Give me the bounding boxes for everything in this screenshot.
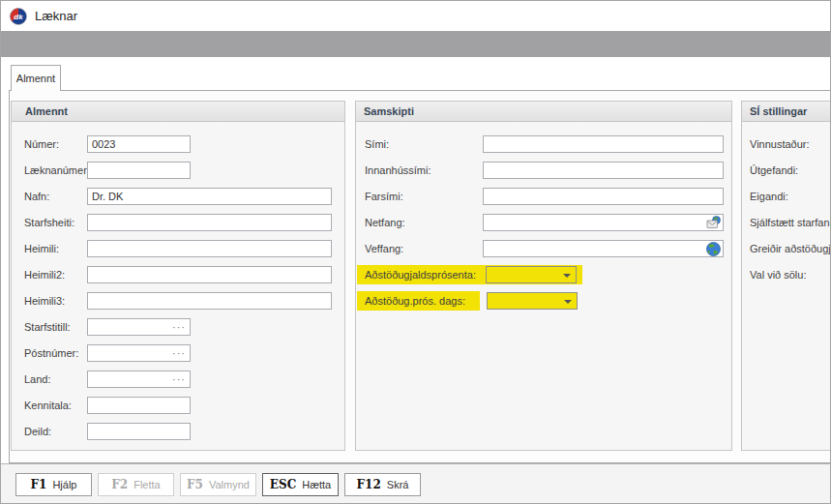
f1-hjálp-button[interactable]: F1Hjálp bbox=[15, 473, 92, 496]
text-input[interactable] bbox=[87, 423, 191, 440]
titlebar: dk Læknar bbox=[1, 1, 830, 31]
group-si-stillingar: SÍ stillingar Vinnustaður:Útgefandi:Eiga… bbox=[741, 101, 831, 451]
field-label: Deild: bbox=[24, 426, 87, 437]
f2-fletta-button: F2Fletta bbox=[98, 473, 174, 496]
text-input[interactable] bbox=[483, 135, 724, 153]
field-wrap bbox=[87, 397, 191, 414]
text-input[interactable] bbox=[483, 162, 724, 179]
field-label: Netfang: bbox=[365, 217, 483, 228]
form-row: Sjálfstætt starfan bbox=[742, 209, 831, 235]
text-input[interactable] bbox=[87, 266, 332, 283]
field-wrap bbox=[483, 162, 724, 179]
field-label: Útgefandi: bbox=[750, 164, 798, 176]
button-label: Skrá bbox=[387, 479, 409, 490]
form-row: Farsími: bbox=[356, 183, 731, 209]
form-row: Deild: bbox=[12, 418, 344, 444]
field-label: Læknanúmer: bbox=[24, 164, 87, 176]
globe-icon[interactable] bbox=[706, 242, 721, 256]
field-label: Sjálfstætt starfan bbox=[750, 217, 830, 228]
text-input[interactable] bbox=[483, 240, 724, 257]
ellipsis-lookup-icon[interactable]: ··· bbox=[172, 371, 186, 387]
form-row: Val við sölu: bbox=[742, 261, 831, 287]
group-si-title: SÍ stillingar bbox=[742, 102, 831, 122]
group-almennt-title: Almennt bbox=[12, 102, 344, 122]
field-wrap bbox=[87, 292, 332, 310]
text-input[interactable] bbox=[87, 135, 191, 153]
form-row: Nafn: bbox=[12, 183, 344, 209]
button-label: Valmynd bbox=[209, 479, 250, 490]
form-row: Netfang: bbox=[356, 209, 731, 235]
text-input[interactable] bbox=[87, 397, 191, 414]
form-row: Læknanúmer: bbox=[12, 157, 344, 183]
field-label: Vinnustaður: bbox=[750, 138, 810, 150]
field-label: Sími: bbox=[365, 138, 483, 150]
button-label: Fletta bbox=[134, 479, 161, 490]
dropdown-combobox[interactable] bbox=[486, 266, 577, 283]
form-row: Greiðir aðstöðugja bbox=[742, 235, 831, 261]
email-globe-icon[interactable] bbox=[706, 216, 721, 230]
field-wrap bbox=[87, 188, 332, 205]
group-samskipti-title: Samskipti bbox=[356, 102, 731, 122]
text-input[interactable] bbox=[87, 292, 332, 310]
esc-hætta-button[interactable]: ESCHætta bbox=[262, 473, 339, 496]
field-label: Heimili3: bbox=[24, 295, 87, 307]
text-input[interactable] bbox=[87, 240, 332, 257]
field-wrap bbox=[87, 214, 332, 231]
field-wrap bbox=[483, 240, 724, 257]
form-row: Heimili: bbox=[12, 235, 344, 261]
field-wrap bbox=[87, 162, 191, 179]
function-key-label: F1 bbox=[31, 478, 47, 491]
field-wrap bbox=[87, 266, 332, 283]
field-label: Númer: bbox=[24, 138, 87, 150]
field-label: Póstnúmer: bbox=[24, 347, 87, 359]
form-row: Vinnustaður: bbox=[742, 131, 831, 157]
button-label: Hætta bbox=[302, 479, 331, 490]
field-wrap bbox=[87, 423, 191, 440]
field-label: Innanhússími: bbox=[365, 164, 483, 176]
text-input[interactable] bbox=[87, 188, 332, 205]
svg-text:dk: dk bbox=[14, 13, 23, 21]
button-label: Hjálp bbox=[52, 479, 76, 490]
field-wrap: ··· bbox=[87, 344, 191, 362]
form-row: Starfsheiti: bbox=[12, 209, 344, 235]
text-input[interactable] bbox=[483, 188, 724, 205]
field-label: Greiðir aðstöðugja bbox=[750, 243, 831, 254]
tab-panel: Almennt Númer:Læknanúmer:Nafn:Starfsheit… bbox=[9, 90, 831, 463]
field-label: Nafn: bbox=[24, 191, 87, 202]
field-label: Starfstitill: bbox=[24, 321, 87, 333]
text-input[interactable] bbox=[87, 214, 332, 231]
field-wrap bbox=[483, 135, 724, 153]
field-wrap bbox=[87, 240, 332, 257]
window-title: Læknar bbox=[35, 9, 77, 23]
field-label: Starfsheiti: bbox=[24, 217, 87, 228]
function-key-label: F5 bbox=[187, 478, 203, 491]
function-key-label: ESC bbox=[270, 478, 296, 491]
footer-button-bar: F1HjálpF2FlettaF5ValmyndESCHættaF12Skrá bbox=[1, 463, 830, 504]
field-wrap: ··· bbox=[87, 371, 191, 388]
group-samskipti: Samskipti Sími:Innanhússími:Farsími:Netf… bbox=[355, 101, 732, 451]
f12-skrá-button[interactable]: F12Skrá bbox=[344, 473, 421, 496]
toolbar bbox=[1, 31, 830, 57]
form-row: Veffang: bbox=[356, 235, 731, 261]
chevron-down-icon bbox=[563, 274, 571, 278]
field-label: Aðstöðugjaldsprósenta: bbox=[365, 269, 486, 281]
text-input[interactable] bbox=[483, 214, 724, 231]
tab-almennt[interactable]: Almennt bbox=[11, 65, 61, 91]
ellipsis-lookup-icon[interactable]: ··· bbox=[172, 319, 186, 335]
text-input[interactable] bbox=[87, 162, 191, 179]
field-label: Heimili: bbox=[24, 243, 87, 254]
field-wrap: ··· bbox=[87, 318, 191, 336]
field-label: Farsími: bbox=[365, 191, 483, 202]
form-row: Innanhússími: bbox=[356, 157, 731, 183]
form-row: Númer: bbox=[12, 131, 344, 157]
field-label: Veffang: bbox=[365, 243, 483, 254]
form-row: Póstnúmer:··· bbox=[12, 340, 344, 366]
chevron-down-icon bbox=[564, 300, 572, 304]
field-label: Eigandi: bbox=[750, 191, 788, 202]
field-wrap bbox=[483, 188, 724, 205]
ellipsis-lookup-icon[interactable]: ··· bbox=[172, 345, 186, 361]
field-label: Land: bbox=[24, 373, 87, 385]
form-row: Heimili3: bbox=[12, 287, 344, 313]
form-row: Sími: bbox=[356, 131, 731, 157]
dropdown-combobox[interactable] bbox=[487, 292, 578, 310]
